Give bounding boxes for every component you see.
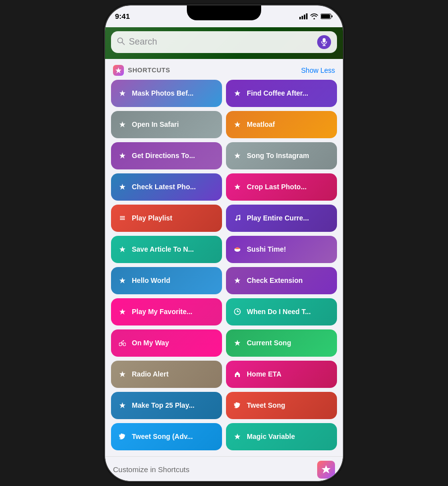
shortcut-icon-magic-variable — [232, 431, 243, 442]
shortcut-label-play-playlist: Play Playlist — [132, 214, 216, 222]
svg-point-25 — [123, 340, 124, 341]
shortcut-label-tweet-song: Tweet Song — [247, 401, 331, 409]
shortcut-btn-tweet-song-adv[interactable]: Tweet Song (Adv... — [111, 423, 222, 450]
shortcut-btn-mask-photos[interactable]: Mask Photos Bef... — [111, 80, 222, 107]
shortcut-label-check-extension: Check Extension — [247, 276, 331, 284]
shortcut-label-home-eta: Home ETA — [247, 370, 331, 378]
wifi-icon — [310, 13, 318, 19]
shortcut-label-make-top-25: Make Top 25 Play... — [132, 401, 216, 409]
shortcuts-app-icon-bottom[interactable] — [317, 461, 335, 479]
shortcut-icon-tweet-song — [232, 400, 243, 411]
svg-point-19 — [236, 247, 239, 249]
shortcut-btn-check-latest-photo[interactable]: Check Latest Pho... — [111, 173, 222, 201]
search-icon — [117, 37, 125, 47]
svg-rect-1 — [302, 16, 303, 19]
shortcut-label-on-my-way: On My Way — [132, 339, 216, 347]
shortcut-icon-play-playlist — [117, 213, 128, 223]
shortcut-icon-tweet-song-adv — [117, 431, 128, 442]
shortcut-label-radio-alert: Radio Alert — [132, 370, 216, 378]
shortcut-btn-tweet-song[interactable]: Tweet Song — [226, 392, 337, 419]
svg-point-15 — [235, 219, 237, 221]
shortcut-icon-play-my-favorite — [117, 306, 128, 317]
shortcut-icon-open-safari — [117, 119, 128, 130]
shortcut-btn-home-eta[interactable]: Home ETA — [226, 361, 337, 388]
shortcut-label-magic-variable: Magic Variable — [247, 432, 331, 440]
shortcut-btn-check-extension[interactable]: Check Extension — [226, 267, 337, 294]
shortcut-icon-get-directions — [117, 150, 128, 161]
shortcut-icon-mask-photos — [117, 88, 128, 99]
svg-rect-5 — [321, 14, 330, 18]
shortcut-label-hello-world: Hello World — [132, 276, 216, 284]
shortcut-label-open-safari: Open In Safari — [132, 120, 216, 128]
shortcut-btn-get-directions[interactable]: Get Directions To... — [111, 142, 222, 169]
shortcut-btn-play-playlist[interactable]: Play Playlist — [111, 205, 222, 232]
status-bar: 9:41 — [105, 5, 343, 27]
shortcut-btn-meatloaf[interactable]: Meatloaf — [226, 111, 337, 138]
shortcut-btn-hello-world[interactable]: Hello World — [111, 267, 222, 294]
shortcut-btn-sushi-time[interactable]: Sushi Time! — [226, 236, 337, 263]
shortcut-label-play-entire-curr: Play Entire Curre... — [247, 214, 331, 222]
shortcut-icon-radio-alert — [117, 369, 128, 379]
svg-line-8 — [122, 42, 125, 45]
shortcut-label-check-latest-photo: Check Latest Pho... — [132, 183, 216, 191]
customize-text[interactable]: Customize in Shortcuts — [113, 465, 189, 474]
status-icons — [299, 13, 333, 19]
svg-rect-0 — [299, 17, 301, 19]
shortcut-label-current-song: Current Song — [247, 339, 331, 347]
shortcut-btn-current-song[interactable]: Current Song — [226, 329, 337, 357]
shortcut-btn-song-instagram[interactable]: Song To Instagram — [226, 142, 337, 169]
shortcut-btn-make-top-25[interactable]: Make Top 25 Play... — [111, 392, 222, 419]
svg-rect-3 — [306, 13, 308, 19]
shortcut-label-sushi-time: Sushi Time! — [247, 245, 331, 253]
shortcut-label-find-coffee: Find Coffee After... — [247, 89, 331, 97]
shortcut-icon-check-extension — [232, 275, 243, 286]
shortcut-btn-open-safari[interactable]: Open In Safari — [111, 111, 222, 138]
shortcut-btn-on-my-way[interactable]: On My Way — [111, 329, 222, 357]
battery-icon — [321, 13, 333, 19]
shortcut-icon-when-do-i-need — [232, 306, 243, 317]
signal-icon — [299, 13, 308, 19]
shortcut-label-crop-last-photo: Crop Last Photo... — [247, 183, 331, 191]
shortcut-btn-find-coffee[interactable]: Find Coffee After... — [226, 80, 337, 107]
svg-point-23 — [119, 343, 122, 346]
bottom-bar: Customize in Shortcuts — [105, 456, 343, 481]
shortcut-btn-play-my-favorite[interactable]: Play My Favorite... — [111, 298, 222, 325]
shortcut-icon-play-entire-curr — [232, 213, 243, 223]
shortcut-icon-save-article — [117, 244, 128, 255]
shortcut-icon-make-top-25 — [117, 400, 128, 411]
svg-rect-9 — [323, 38, 326, 43]
shortcut-btn-magic-variable[interactable]: Magic Variable — [226, 423, 337, 450]
shortcut-icon-crop-last-photo — [232, 181, 243, 192]
svg-rect-2 — [304, 14, 305, 19]
shortcut-btn-play-entire-curr[interactable]: Play Entire Curre... — [226, 205, 337, 232]
shortcut-icon-home-eta — [232, 369, 243, 379]
shortcut-label-save-article: Save Article To N... — [132, 245, 216, 253]
phone-frame: 9:41 — [105, 5, 343, 481]
shortcut-btn-save-article[interactable]: Save Article To N... — [111, 236, 222, 263]
shortcut-btn-radio-alert[interactable]: Radio Alert — [111, 361, 222, 388]
shortcut-icon-current-song — [232, 337, 243, 348]
shortcuts-section: SHORTCUTS Show Less Mask Photos Bef... F… — [105, 59, 343, 456]
shortcut-icon-song-instagram — [232, 150, 243, 161]
status-time: 9:41 — [115, 12, 130, 20]
search-bar[interactable]: Search — [111, 31, 337, 53]
shortcut-btn-crop-last-photo[interactable]: Crop Last Photo... — [226, 173, 337, 201]
search-bar-container: Search — [105, 27, 343, 59]
shortcut-label-mask-photos: Mask Photos Bef... — [132, 89, 216, 97]
shortcut-icon-meatloaf — [232, 119, 243, 130]
shortcuts-grid: Mask Photos Bef... Find Coffee After... … — [105, 80, 343, 456]
shortcut-btn-when-do-i-need[interactable]: When Do I Need T... — [226, 298, 337, 325]
phone-screen: 9:41 — [105, 5, 343, 481]
section-title-row: SHORTCUTS — [113, 65, 170, 76]
mic-button[interactable] — [317, 35, 331, 49]
shortcut-icon-on-my-way — [117, 337, 128, 348]
shortcut-label-tweet-song-adv: Tweet Song (Adv... — [132, 432, 216, 440]
section-header: SHORTCUTS Show Less — [105, 59, 343, 80]
shortcut-label-get-directions: Get Directions To... — [132, 152, 216, 160]
svg-rect-6 — [332, 15, 333, 17]
shortcut-icon-hello-world — [117, 275, 128, 286]
shortcut-icon-sushi-time — [232, 244, 243, 255]
shortcut-icon-find-coffee — [232, 88, 243, 99]
show-less-button[interactable]: Show Less — [301, 66, 335, 74]
shortcuts-app-icon-small — [113, 65, 124, 76]
